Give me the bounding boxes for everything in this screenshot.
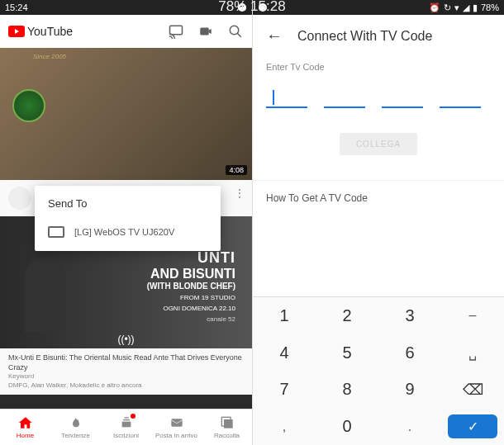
trending-icon <box>69 415 83 430</box>
code-input-3[interactable] <box>382 88 423 108</box>
video-thumbnail-1[interactable]: Since 2005 4:08 <box>0 48 252 180</box>
code-input-4[interactable] <box>440 88 481 108</box>
camera-icon[interactable] <box>197 23 214 40</box>
signal-icon: ◢ <box>463 2 469 13</box>
overlay-subtitle: (WITH BLONDE CHEF) <box>147 282 235 291</box>
tv-icon <box>48 226 64 238</box>
status-bar: 15:24 <box>0 0 252 15</box>
key-dash[interactable]: – <box>441 297 504 334</box>
back-arrow-icon[interactable]: ← <box>266 26 283 45</box>
play-logo-icon <box>8 26 25 37</box>
bottom-nav: Home Tendenze Iscrizioni Posta in arrivo <box>0 409 252 445</box>
key-1[interactable]: 1 <box>253 297 316 334</box>
status-time: 15:24 <box>5 2 28 12</box>
connect-button[interactable]: COLLEGA <box>340 133 417 155</box>
green-badge-icon <box>12 89 45 122</box>
since-badge: Since 2005 <box>33 53 66 60</box>
svg-point-3 <box>230 26 239 35</box>
svg-rect-7 <box>124 417 128 418</box>
key-4[interactable]: 4 <box>253 334 316 372</box>
channel-avatar[interactable] <box>8 187 31 210</box>
key-7[interactable]: 7 <box>253 372 316 409</box>
chef-figure <box>25 258 66 332</box>
video-meta-2[interactable]: Mx-Unti E Bisunti: The Oriental Music Re… <box>0 348 252 395</box>
key-2[interactable]: 2 <box>316 297 378 334</box>
notification-dot-icon <box>131 414 136 419</box>
mail-icon <box>169 415 184 430</box>
battery-pct: 78% <box>481 2 499 12</box>
video-title-2: Mx-Unti E Bisunti: The Oriental Music Re… <box>8 353 244 372</box>
connect-tv-screen: ⏰ ↻ ▾ ◢ ▮ 78% ← Connect With TV Code Ent… <box>252 0 504 445</box>
nav-trending-label: Tendenze <box>61 432 90 439</box>
text-cursor <box>273 90 274 105</box>
key-comma[interactable]: , <box>253 408 316 445</box>
send-to-title: Send To <box>48 197 207 210</box>
video-sub-2: DMFG, Alan Walker, Mokadelic e altro anc… <box>8 381 244 390</box>
device-label: [LG] WebOS TV UJ620V <box>74 227 174 237</box>
overlay-info-2: OGNI DOMENICA 22.10 <box>147 305 235 312</box>
youtube-brand-text: YouTube <box>27 25 73 38</box>
svg-rect-9 <box>224 419 233 428</box>
alarm-icon: ⏰ <box>429 2 440 13</box>
center-clock: 78% 15:28 <box>218 0 285 15</box>
code-input-group <box>266 88 491 108</box>
key-3[interactable]: 3 <box>378 297 441 334</box>
nav-inbox[interactable]: Posta in arrivo <box>151 409 202 445</box>
howto-link[interactable]: How To Get A TV Code <box>253 180 504 215</box>
status-bar-right: ⏰ ↻ ▾ ◢ ▮ 78% <box>253 0 504 15</box>
svg-rect-8 <box>171 419 182 426</box>
duration-badge: 4:08 <box>226 165 247 175</box>
nav-library-label: Raccolta <box>214 432 240 439</box>
nav-library[interactable]: Raccolta <box>202 409 252 445</box>
overlay-title-2: AND BISUNTI <box>147 267 235 282</box>
youtube-header: YouTube <box>0 15 252 48</box>
overlay-title-1: UNTI <box>147 249 235 267</box>
enter-code-label: Enter Tv Code <box>266 62 491 72</box>
home-icon <box>18 415 33 430</box>
nav-subs[interactable]: Iscrizioni <box>101 409 151 445</box>
sync-icon: ↻ <box>444 2 451 13</box>
library-icon <box>220 415 235 430</box>
search-icon[interactable] <box>227 23 244 40</box>
key-space[interactable]: ␣ <box>441 334 504 372</box>
svg-rect-6 <box>123 419 130 420</box>
cast-indicator-icon: ((•)) <box>117 334 134 345</box>
key-confirm[interactable]: ✓ <box>448 414 497 438</box>
svg-rect-2 <box>200 28 209 36</box>
nav-subs-label: Iscrizioni <box>113 432 139 439</box>
nav-inbox-label: Posta in arrivo <box>155 432 197 439</box>
key-6[interactable]: 6 <box>378 334 441 372</box>
page-title: Connect With TV Code <box>297 29 432 44</box>
more-icon[interactable]: ⋮ <box>234 187 245 200</box>
key-5[interactable]: 5 <box>316 334 378 372</box>
nav-trending[interactable]: Tendenze <box>50 409 101 445</box>
nav-home[interactable]: Home <box>0 409 50 445</box>
battery-icon: ▮ <box>473 2 478 13</box>
svg-line-4 <box>237 33 241 37</box>
code-input-2[interactable] <box>324 88 365 108</box>
nav-home-label: Home <box>17 432 34 439</box>
key-backspace[interactable]: ⌫ <box>441 372 504 409</box>
video-sub-1: Keyword <box>8 372 244 381</box>
key-8[interactable]: 8 <box>316 372 378 409</box>
numeric-keypad: 1 2 3 – 4 5 6 ␣ 7 8 9 ⌫ , 0 . ✓ <box>253 296 504 445</box>
youtube-app-screen: 15:24 YouTube Since 2005 <box>0 0 252 445</box>
key-0[interactable]: 0 <box>316 408 378 445</box>
connect-header: ← Connect With TV Code <box>253 15 504 57</box>
key-dot[interactable]: . <box>378 408 441 445</box>
cast-device-item[interactable]: [LG] WebOS TV UJ620V <box>48 221 207 243</box>
overlay-info-1: FROM 19 STUDIO <box>147 294 235 301</box>
youtube-logo[interactable]: YouTube <box>8 25 73 38</box>
svg-rect-1 <box>170 26 183 35</box>
wifi-icon: ▾ <box>454 2 459 13</box>
send-to-dialog: Send To [LG] WebOS TV UJ620V <box>35 186 221 251</box>
overlay-canale: canale 52 <box>147 315 235 323</box>
key-9[interactable]: 9 <box>378 372 441 409</box>
svg-rect-5 <box>121 422 131 428</box>
cast-icon[interactable] <box>168 23 184 40</box>
subs-icon <box>119 415 134 430</box>
